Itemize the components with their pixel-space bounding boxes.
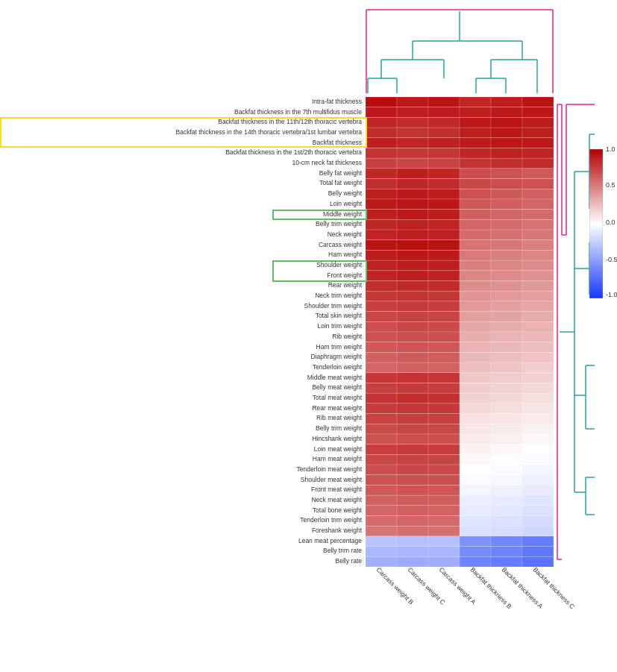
- row-label: Backfat thickness in the 1st/2th thoraci…: [225, 149, 362, 156]
- row-label: Belly meat weight: [312, 384, 362, 391]
- main-container: Intra-fat thicknessBackfat thickness in …: [0, 0, 617, 672]
- color-scale: [589, 149, 603, 298]
- row-label: Backfat thickness in the 14th thoracic v…: [176, 129, 362, 136]
- row-label: Front meat weight: [311, 486, 362, 493]
- row-label: Ham trim weight: [316, 344, 362, 351]
- column-labels: Carcass weight BCarcass weight CCarcass …: [366, 567, 554, 671]
- row-label: Front weight: [327, 272, 362, 279]
- row-label: Diaphragm weight: [310, 354, 362, 360]
- row-label: Hincshank weight: [312, 436, 362, 442]
- row-label: Backfat thickness in the 11th/12th thora…: [218, 119, 362, 125]
- row-label: Middle meat weight: [307, 374, 362, 381]
- row-label: Loin meat weight: [314, 446, 362, 453]
- top-dendrogram: [366, 4, 554, 97]
- row-label: Rib meat weight: [316, 415, 362, 421]
- row-label: Belly rate: [336, 558, 362, 565]
- row-label: Loin trim weight: [317, 323, 362, 330]
- row-label: Belly trim weight: [316, 221, 362, 227]
- row-label: Loin weight: [330, 201, 362, 207]
- row-label: Backfat thickness: [313, 139, 362, 146]
- row-label: Tenderloin trim weight: [300, 517, 362, 524]
- row-label: Middle weight: [323, 211, 362, 218]
- heatmap-canvas: [366, 97, 554, 567]
- row-label: Rear meat weight: [312, 405, 362, 412]
- row-label: Rib weight: [332, 333, 362, 340]
- row-label: Tenderloin weight: [313, 364, 362, 371]
- row-label: Ham weight: [328, 251, 362, 258]
- row-label: Lean meat percentage: [298, 538, 362, 544]
- row-label: Tenderloin meat weight: [297, 466, 362, 473]
- row-label: Shoulder meat weight: [301, 477, 362, 483]
- row-label: Rear weight: [328, 282, 362, 289]
- row-label: Shoulder trim weight: [304, 303, 362, 310]
- row-label: Neck meat weight: [311, 497, 362, 503]
- row-label: Neck trim weight: [315, 292, 362, 299]
- row-label: Backfat thickness in the 7th multifidus …: [234, 109, 362, 116]
- row-label: Belly fat weight: [319, 170, 362, 177]
- row-label: 10-cm neck fat thickness: [292, 160, 362, 166]
- row-label: Belly trim weight: [316, 425, 362, 432]
- row-label: Ham meat weight: [313, 456, 362, 462]
- row-label: Neck weight: [328, 231, 362, 238]
- row-label: Shoulder weight: [316, 262, 362, 269]
- row-label: Belly trim rate: [323, 547, 362, 554]
- row-label: Total bone weight: [313, 507, 362, 514]
- row-label: Total meat weight: [313, 395, 362, 401]
- row-label: Foreshank weight: [312, 527, 362, 534]
- row-label: Total fat weight: [319, 180, 362, 186]
- row-label: Total skin weight: [316, 313, 362, 319]
- scale-tick-label: -1.0: [606, 291, 617, 298]
- scale-tick-label: 1.0: [606, 145, 616, 153]
- row-label: Intra-fat thickness: [312, 98, 362, 105]
- row-label: Carcass weight: [319, 242, 362, 248]
- row-label: Belly weight: [328, 190, 362, 197]
- scale-tick-label: 0.0: [606, 219, 616, 226]
- scale-tick-label: 0.5: [606, 181, 616, 189]
- scale-tick-label: -0.5: [606, 256, 617, 263]
